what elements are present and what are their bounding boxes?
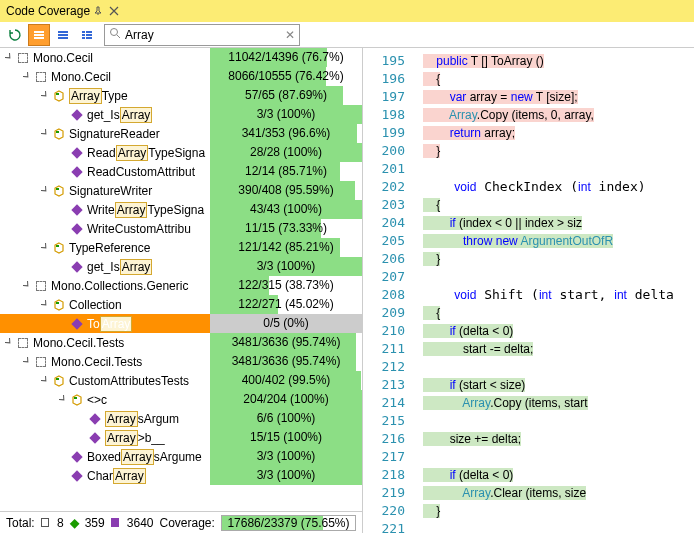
view-list-button[interactable]: [52, 24, 74, 46]
tree-row[interactable]: CustomAttributesTests400/402 (99.5%): [0, 371, 362, 390]
tree-row[interactable]: <>c204/204 (100%): [0, 390, 362, 409]
svg-rect-16: [71, 204, 82, 215]
svg-rect-22: [71, 451, 82, 462]
pin-icon[interactable]: [92, 5, 104, 17]
expander-icon[interactable]: [22, 281, 32, 291]
window-title: Code Coverage: [6, 4, 90, 18]
tree-row[interactable]: WriteArrayTypeSigna43/43 (100%): [0, 200, 362, 219]
coverage-cell: 11042/14396 (76.7%): [210, 48, 362, 67]
tree-row[interactable]: get_IsArray3/3 (100%): [0, 105, 362, 124]
tree-row[interactable]: Mono.Cecil11042/14396 (76.7%): [0, 48, 362, 67]
svg-rect-19: [71, 318, 82, 329]
tree-label: TypeReference: [69, 241, 150, 255]
highlight-button[interactable]: [28, 24, 50, 46]
class-icon: [52, 127, 66, 141]
svg-rect-15: [71, 166, 82, 177]
coverage-cell: 3/3 (100%): [210, 105, 362, 124]
tree-row[interactable]: Array>b__15/15 (100%): [0, 428, 362, 447]
svg-rect-20: [89, 413, 100, 424]
tree-row[interactable]: TypeReference121/142 (85.21%): [0, 238, 362, 257]
title-bar: Code Coverage: [0, 0, 694, 22]
tree-row[interactable]: ArraysArgum6/6 (100%): [0, 409, 362, 428]
coverage-cell: 8066/10555 (76.42%): [210, 67, 362, 86]
green-diamond-icon: ◆: [70, 516, 79, 530]
tree-label: get_IsArray: [87, 108, 152, 122]
tree-label: Collection: [69, 298, 122, 312]
tree-row[interactable]: Mono.Cecil.Tests3481/3636 (95.74%): [0, 352, 362, 371]
tree-label: Mono.Collections.Generic: [51, 279, 188, 293]
class-icon: [52, 374, 66, 388]
tree-label: ReadArrayTypeSigna: [87, 146, 205, 160]
search-box[interactable]: ✕: [104, 24, 300, 46]
svg-rect-14: [71, 147, 82, 158]
svg-rect-8: [82, 34, 85, 36]
expander-icon[interactable]: [40, 186, 50, 196]
tree-row[interactable]: Mono.Cecil.Tests3481/3636 (95.74%): [0, 333, 362, 352]
tree-label: ToArray: [87, 317, 132, 331]
expander-icon[interactable]: [40, 243, 50, 253]
tree-label: Mono.Cecil: [33, 51, 93, 65]
namespace-icon: [34, 279, 48, 293]
expander-icon[interactable]: [4, 53, 14, 63]
tree-row[interactable]: WriteCustomAttribu11/15 (73.33%): [0, 219, 362, 238]
status-white-count: 8: [57, 516, 64, 530]
coverage-cell: 43/43 (100%): [210, 200, 362, 219]
namespace-icon: [34, 355, 48, 369]
tree-row[interactable]: get_IsArray3/3 (100%): [0, 257, 362, 276]
svg-rect-9: [86, 34, 92, 36]
svg-rect-3: [58, 31, 68, 33]
svg-point-12: [111, 29, 118, 36]
tree-row[interactable]: Mono.Cecil8066/10555 (76.42%): [0, 67, 362, 86]
coverage-cell: 121/142 (85.21%): [210, 238, 362, 257]
status-coverage-value: 17686/23379 (75.65%): [222, 516, 355, 530]
code-viewer: 195 196 197 198 199 200 201 202 203 204 …: [363, 48, 694, 533]
tree-row[interactable]: Mono.Collections.Generic122/315 (38.73%): [0, 276, 362, 295]
coverage-cell: 12/14 (85.71%): [210, 162, 362, 181]
expander-icon[interactable]: [22, 72, 32, 82]
tree-label: get_IsArray: [87, 260, 152, 274]
svg-rect-1: [34, 34, 44, 36]
namespace-icon: [16, 336, 30, 350]
refresh-button[interactable]: [4, 24, 26, 46]
tree-label: WriteCustomAttribu: [87, 222, 191, 236]
expander-icon[interactable]: [58, 395, 68, 405]
class-icon: [52, 298, 66, 312]
coverage-cell: 3481/3636 (95.74%): [210, 352, 362, 371]
expander-icon[interactable]: [40, 300, 50, 310]
status-bar: Total: 8 ◆359 3640 Coverage: 17686/23379…: [0, 511, 362, 533]
coverage-tree[interactable]: Mono.Cecil11042/14396 (76.7%)Mono.Cecil8…: [0, 48, 362, 511]
status-purple-count: 3640: [127, 516, 154, 530]
tree-row[interactable]: ReadCustomAttribut12/14 (85.71%): [0, 162, 362, 181]
coverage-cell: 122/271 (45.02%): [210, 295, 362, 314]
tree-row[interactable]: CharArray3/3 (100%): [0, 466, 362, 485]
expander-icon[interactable]: [22, 357, 32, 367]
svg-rect-13: [71, 109, 82, 120]
method-icon: [70, 222, 84, 236]
tree-row[interactable]: ArrayType57/65 (87.69%): [0, 86, 362, 105]
coverage-cell: 390/408 (95.59%): [210, 181, 362, 200]
tree-row[interactable]: Collection122/271 (45.02%): [0, 295, 362, 314]
close-icon[interactable]: [106, 3, 122, 19]
expander-icon[interactable]: [40, 129, 50, 139]
tree-row[interactable]: ReadArrayTypeSigna28/28 (100%): [0, 143, 362, 162]
clear-search-icon[interactable]: ✕: [285, 28, 295, 42]
expander-icon[interactable]: [40, 91, 50, 101]
status-coverage-label: Coverage:: [160, 516, 215, 530]
class-icon: [52, 241, 66, 255]
tree-label: SignatureWriter: [69, 184, 152, 198]
coverage-cell: 400/402 (99.5%): [210, 371, 362, 390]
tree-row[interactable]: SignatureWriter390/408 (95.59%): [0, 181, 362, 200]
method-icon: [88, 412, 102, 426]
coverage-cell: 15/15 (100%): [210, 428, 362, 447]
search-input[interactable]: [125, 28, 285, 42]
expander-icon[interactable]: [40, 376, 50, 386]
tree-row[interactable]: SignatureReader341/353 (96.6%): [0, 124, 362, 143]
tree-row[interactable]: ToArray0/5 (0%): [0, 314, 362, 333]
svg-rect-21: [89, 432, 100, 443]
view-tree-button[interactable]: [76, 24, 98, 46]
coverage-cell: 3/3 (100%): [210, 447, 362, 466]
svg-rect-18: [71, 261, 82, 272]
expander-icon[interactable]: [4, 338, 14, 348]
tree-row[interactable]: BoxedArraysArgume3/3 (100%): [0, 447, 362, 466]
svg-rect-10: [82, 37, 85, 39]
